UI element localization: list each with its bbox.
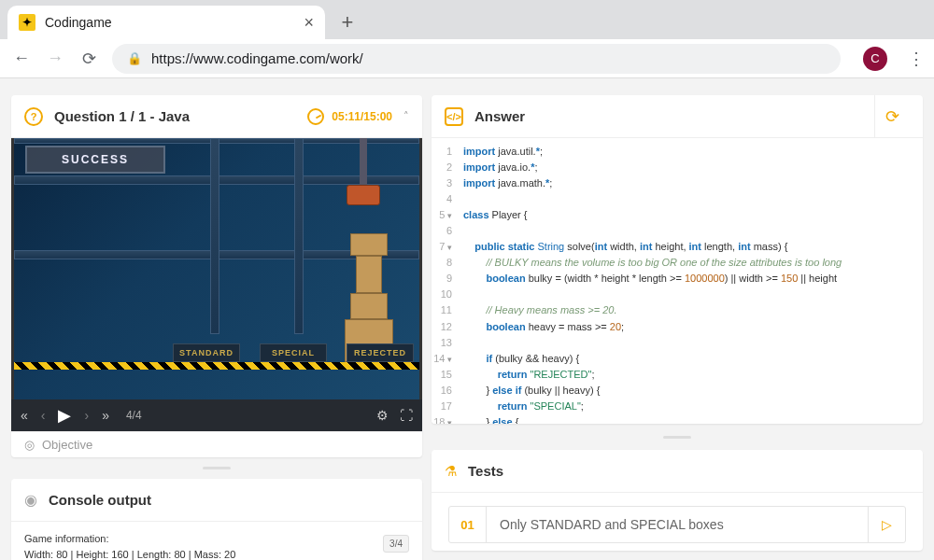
url-bar[interactable]: 🔒 https://www.codingame.com/work/ bbox=[112, 44, 841, 74]
back-button[interactable]: ← bbox=[11, 49, 32, 68]
code-content[interactable]: import java.util.*; import java.io.*; im… bbox=[460, 138, 923, 424]
fast-fwd-button[interactable]: » bbox=[102, 408, 109, 423]
viewer-controls: « ‹ ▶ › » 4/4 ⚙ ⛶ bbox=[11, 399, 422, 431]
play-button[interactable]: ▶ bbox=[58, 405, 71, 426]
forward-button[interactable]: → bbox=[45, 49, 65, 68]
console-line: Game information: bbox=[24, 531, 409, 547]
url-text: https://www.codingame.com/work/ bbox=[151, 50, 363, 66]
objective-label: Objective bbox=[42, 438, 92, 452]
browser-tab[interactable]: ✦ Codingame × bbox=[7, 6, 325, 39]
new-tab-button[interactable]: + bbox=[333, 7, 362, 37]
console-line: Width: 80 | Height: 160 | Length: 80 | M… bbox=[24, 547, 409, 561]
crane-head bbox=[347, 185, 380, 205]
game-viewer: SUCCESS STANDARD SPECIAL REJECTED bbox=[11, 138, 422, 399]
resize-grip[interactable] bbox=[11, 467, 422, 469]
sign-special: SPECIAL bbox=[260, 343, 327, 362]
question-title: Question 1 / 1 - Java bbox=[54, 108, 190, 124]
success-banner: SUCCESS bbox=[25, 146, 165, 174]
question-card: ? Question 1 / 1 - Java 05:11/15:00 ˄ SU… bbox=[11, 95, 422, 457]
timer-icon bbox=[307, 108, 324, 125]
question-icon: ? bbox=[24, 107, 43, 126]
console-icon: ◉ bbox=[24, 491, 37, 509]
console-body: Game information: Width: 80 | Height: 16… bbox=[11, 522, 422, 560]
browser-toolbar: ← → ⟳ 🔒 https://www.codingame.com/work/ … bbox=[0, 39, 934, 78]
target-icon: ◎ bbox=[24, 438, 35, 452]
timer-text: 05:11/15:00 bbox=[332, 110, 392, 123]
reload-button[interactable]: ⟳ bbox=[78, 49, 99, 69]
answer-title: Answer bbox=[474, 108, 525, 124]
flask-icon: ⚗ bbox=[445, 463, 457, 480]
console-title: Console output bbox=[49, 492, 151, 508]
floor-stripe bbox=[14, 362, 419, 370]
tab-strip: ✦ Codingame × + bbox=[0, 0, 934, 39]
console-card: ◉ Console output Game information: Width… bbox=[11, 479, 422, 560]
settings-icon[interactable]: ⚙ bbox=[376, 408, 389, 423]
fullscreen-icon[interactable]: ⛶ bbox=[400, 408, 413, 423]
run-test-button[interactable]: ▷ bbox=[868, 507, 905, 542]
tests-title: Tests bbox=[468, 463, 503, 479]
crane bbox=[360, 138, 367, 189]
step-back-button[interactable]: ‹ bbox=[41, 408, 46, 423]
timer[interactable]: 05:11/15:00 ˄ bbox=[307, 108, 409, 125]
rewind-button[interactable]: « bbox=[21, 408, 28, 423]
answer-card: </> Answer ⟳ 1 2 3 4 5 ▾ 6 7 ▾ 8 9 10 11 bbox=[432, 95, 923, 424]
lock-icon: 🔒 bbox=[127, 51, 142, 65]
console-badge[interactable]: 3/4 bbox=[383, 535, 409, 553]
reset-code-button[interactable]: ⟳ bbox=[874, 95, 910, 138]
step-fwd-button[interactable]: › bbox=[84, 408, 89, 423]
profile-avatar[interactable]: C bbox=[863, 47, 887, 71]
test-number: 01 bbox=[449, 507, 487, 542]
close-tab-icon[interactable]: × bbox=[304, 13, 314, 33]
tab-title: Codingame bbox=[45, 15, 294, 30]
browser-menu-icon[interactable]: ⋮ bbox=[908, 49, 923, 69]
code-icon: </> bbox=[445, 107, 463, 126]
code-editor[interactable]: 1 2 3 4 5 ▾ 6 7 ▾ 8 9 10 11 12 13 14 ▾ 1… bbox=[432, 138, 923, 424]
test-label: Only STANDARD and SPECIAL boxes bbox=[487, 517, 868, 532]
test-row[interactable]: 01 Only STANDARD and SPECIAL boxes ▷ bbox=[448, 506, 906, 543]
objective-row[interactable]: ◎ Objective bbox=[11, 431, 422, 457]
favicon-icon: ✦ bbox=[19, 14, 35, 31]
resize-grip[interactable] bbox=[432, 433, 923, 441]
tests-card: ⚗ Tests 01 Only STANDARD and SPECIAL box… bbox=[432, 450, 923, 551]
sign-standard: STANDARD bbox=[173, 343, 240, 362]
line-gutter: 1 2 3 4 5 ▾ 6 7 ▾ 8 9 10 11 12 13 14 ▾ 1… bbox=[432, 138, 460, 424]
sign-rejected: REJECTED bbox=[347, 343, 414, 362]
chevron-up-icon: ˄ bbox=[403, 110, 409, 122]
frame-indicator: 4/4 bbox=[126, 409, 142, 422]
